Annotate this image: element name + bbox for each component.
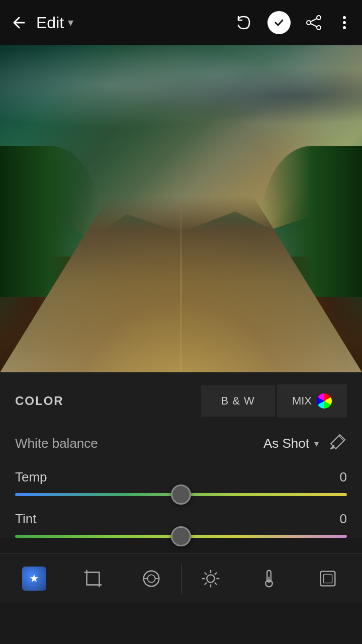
- more-button[interactable]: [337, 14, 352, 32]
- profile-icon: [140, 568, 162, 590]
- temp-slider-track[interactable]: [15, 493, 347, 496]
- mode-row: COLOR B & W MIX: [15, 384, 347, 418]
- svg-point-7: [343, 26, 346, 29]
- svg-line-22: [205, 583, 206, 584]
- back-button[interactable]: [10, 14, 28, 32]
- tint-value: 0: [340, 511, 347, 527]
- temp-label: Temp: [15, 469, 47, 485]
- eyedropper-button[interactable]: [329, 433, 347, 454]
- tint-slider-thumb[interactable]: [171, 526, 191, 546]
- tint-slider-row: Tint 0: [15, 511, 347, 538]
- svg-rect-27: [323, 574, 332, 583]
- svg-point-2: [307, 21, 311, 25]
- top-bar: Edit ▾: [0, 0, 362, 45]
- check-circle: [267, 11, 291, 34]
- confirm-button[interactable]: [267, 11, 291, 34]
- undo-button[interactable]: [234, 13, 253, 32]
- color-mode-label: COLOR: [15, 394, 201, 408]
- edit-title: Edit ▾: [36, 14, 73, 32]
- mix-color-wheel: [317, 393, 332, 409]
- svg-point-11: [148, 575, 155, 582]
- svg-point-8: [332, 447, 334, 449]
- svg-line-4: [311, 24, 317, 27]
- temp-value: 0: [340, 469, 347, 485]
- top-bar-left: Edit ▾: [10, 14, 73, 32]
- svg-line-21: [215, 573, 216, 574]
- dropdown-arrow-icon: ▾: [314, 438, 319, 449]
- tint-label: Tint: [15, 511, 36, 527]
- nav-item-effects[interactable]: [299, 568, 357, 590]
- temp-slider-header: Temp 0: [15, 469, 347, 485]
- photo-canvas: [0, 45, 362, 372]
- temp-slider-row: Temp 0: [15, 469, 347, 496]
- svg-line-20: [215, 583, 216, 584]
- tint-slider-track[interactable]: [15, 535, 347, 538]
- svg-rect-26: [320, 571, 335, 586]
- nav-item-profile[interactable]: [122, 568, 181, 590]
- svg-rect-9: [86, 572, 99, 585]
- white-balance-value: As Shot: [263, 436, 309, 451]
- bw-mode-button[interactable]: B & W: [201, 385, 275, 417]
- crop-icon: [82, 568, 104, 590]
- svg-point-14: [207, 575, 214, 582]
- svg-line-19: [205, 573, 206, 574]
- nav-item-light[interactable]: [182, 568, 240, 590]
- nav-item-presets[interactable]: [5, 567, 64, 591]
- top-bar-right: [234, 11, 352, 34]
- temp-slider-thumb[interactable]: [171, 485, 191, 505]
- light-icon: [200, 568, 222, 590]
- white-balance-row: White balance As Shot ▾: [15, 433, 347, 454]
- photo-area: [0, 45, 362, 372]
- svg-point-1: [317, 26, 321, 30]
- bottom-panel: COLOR B & W MIX White balance As Shot ▾ …: [0, 372, 362, 538]
- share-button[interactable]: [305, 14, 323, 32]
- bottom-nav: [0, 553, 362, 603]
- clouds: [0, 45, 362, 146]
- svg-point-0: [317, 16, 321, 20]
- white-balance-label: White balance: [15, 436, 263, 451]
- nav-item-crop[interactable]: [64, 568, 123, 590]
- effects-icon: [317, 568, 339, 590]
- white-balance-dropdown[interactable]: As Shot ▾: [263, 436, 319, 451]
- nav-item-color[interactable]: [240, 568, 299, 590]
- mix-mode-button[interactable]: MIX: [277, 384, 347, 418]
- tint-slider-header: Tint 0: [15, 511, 347, 527]
- svg-line-3: [311, 19, 317, 22]
- svg-point-5: [343, 16, 346, 19]
- svg-point-6: [343, 21, 346, 24]
- thermometer-icon: [258, 568, 280, 590]
- presets-icon: [22, 567, 46, 591]
